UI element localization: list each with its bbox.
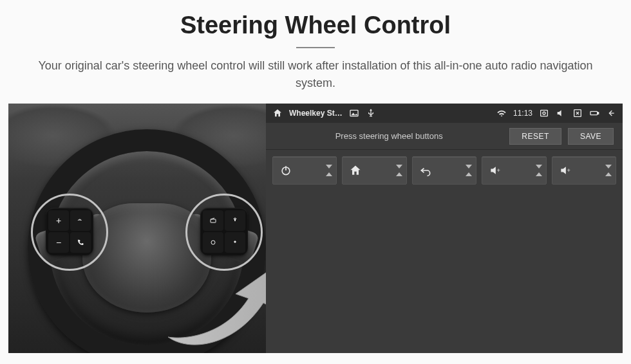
svg-rect-6 bbox=[590, 111, 598, 114]
svg-rect-7 bbox=[598, 113, 598, 114]
svg-point-4 bbox=[543, 112, 545, 114]
wifi-icon bbox=[496, 108, 507, 118]
wheel-btn-radio-icon bbox=[203, 210, 223, 231]
fn-home-button[interactable] bbox=[342, 156, 406, 185]
mapping-area bbox=[266, 185, 623, 353]
steering-wheel-photo: + − bbox=[8, 104, 266, 353]
wheel-button-cluster-left: + − bbox=[46, 208, 93, 255]
svg-rect-0 bbox=[211, 219, 216, 223]
reset-button[interactable]: RESET bbox=[509, 128, 561, 145]
wheel-btn-voice-icon bbox=[70, 210, 91, 231]
app-title: Wheelkey St… bbox=[289, 109, 343, 118]
status-bar: Wheelkey St… 11:13 bbox=[266, 104, 623, 123]
svg-point-1 bbox=[211, 241, 215, 244]
toolbar-hint: Press steering wheel buttons bbox=[275, 131, 503, 141]
picture-icon bbox=[349, 108, 359, 118]
status-clock: 11:13 bbox=[513, 109, 532, 118]
fn-volume-up-button-2[interactable]: + bbox=[552, 156, 616, 185]
main-content: + − bbox=[8, 104, 623, 353]
arrow-icon bbox=[162, 263, 266, 347]
mute-icon[interactable] bbox=[556, 108, 566, 118]
home-icon bbox=[343, 164, 368, 177]
title-divider bbox=[296, 47, 335, 48]
page-title: Steering Wheel Control bbox=[26, 12, 605, 39]
usb-icon bbox=[366, 108, 376, 118]
toolbar: Press steering wheel buttons RESET SAVE bbox=[266, 123, 623, 150]
wheel-btn-minus-icon: − bbox=[48, 232, 69, 253]
system-home-icon[interactable] bbox=[272, 108, 283, 118]
save-button[interactable]: SAVE bbox=[568, 128, 614, 145]
close-app-icon[interactable] bbox=[572, 108, 583, 118]
svg-text:+: + bbox=[497, 167, 500, 174]
fn-power-button[interactable] bbox=[272, 156, 337, 185]
battery-icon bbox=[589, 108, 599, 118]
wheel-btn-phone-icon bbox=[70, 232, 91, 253]
back-system-icon[interactable] bbox=[606, 108, 616, 118]
wheel-button-cluster-right bbox=[200, 208, 248, 255]
fn-back-button[interactable] bbox=[412, 156, 476, 185]
head-unit-screen: Wheelkey St… 11:13 bbox=[266, 104, 623, 353]
page-subtitle: Your original car's steering wheel contr… bbox=[26, 57, 605, 92]
wheel-btn-nav-icon bbox=[225, 232, 245, 253]
volume-up-icon: + bbox=[552, 164, 578, 177]
screenshot-icon[interactable] bbox=[539, 108, 549, 118]
wheel-btn-plus-icon: + bbox=[48, 210, 69, 231]
back-icon bbox=[413, 164, 438, 177]
power-icon bbox=[273, 164, 299, 177]
fn-volume-up-button-1[interactable]: + bbox=[482, 156, 546, 185]
wheel-btn-cycle-icon bbox=[203, 232, 223, 253]
volume-up-icon: + bbox=[482, 164, 508, 177]
svg-rect-3 bbox=[541, 110, 548, 116]
wheel-btn-source-icon bbox=[225, 210, 245, 231]
function-button-row: + + bbox=[266, 150, 623, 185]
svg-text:+: + bbox=[567, 167, 570, 174]
